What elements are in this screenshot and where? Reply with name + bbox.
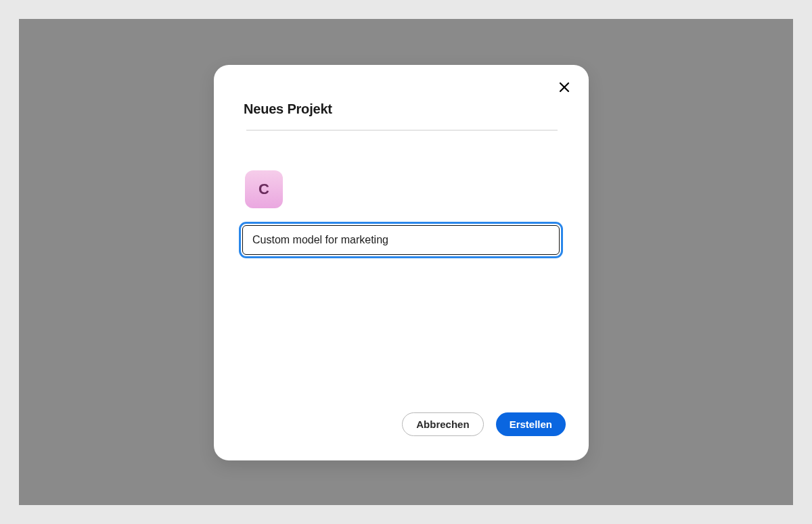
close-button[interactable] bbox=[556, 80, 572, 96]
project-icon-letter: C bbox=[258, 181, 269, 198]
project-icon: C bbox=[245, 170, 283, 208]
cancel-button[interactable]: Abbrechen bbox=[402, 412, 483, 436]
project-name-input[interactable] bbox=[242, 225, 560, 255]
dialog-footer: Abbrechen Erstellen bbox=[214, 412, 566, 436]
project-name-field-wrap bbox=[242, 225, 560, 255]
divider bbox=[246, 130, 558, 130]
close-icon bbox=[559, 82, 570, 95]
create-button[interactable]: Erstellen bbox=[496, 412, 566, 436]
new-project-dialog: Neues Projekt C Abbrechen Erstellen bbox=[214, 65, 589, 460]
dialog-title: Neues Projekt bbox=[244, 101, 332, 117]
